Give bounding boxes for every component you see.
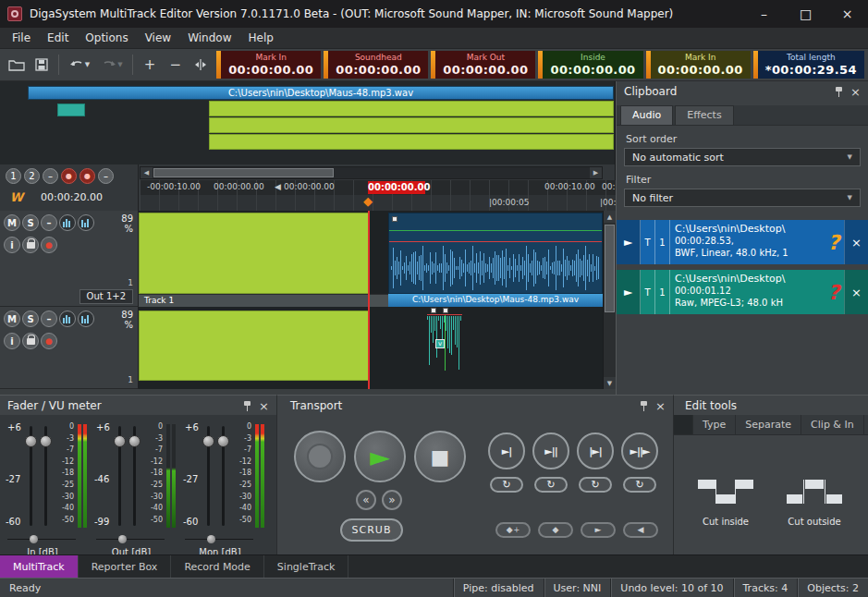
- tab-reporter-box[interactable]: Reporter Box: [79, 555, 172, 578]
- clip-fade-handle[interactable]: [431, 308, 436, 313]
- group-1-button[interactable]: 1: [6, 168, 21, 184]
- tab-clip-in[interactable]: Clip & In: [801, 415, 864, 434]
- track1-audio-clip[interactable]: [388, 213, 603, 294]
- fader-slider[interactable]: [118, 426, 121, 526]
- close-button[interactable]: ×: [826, 0, 868, 28]
- pin-icon[interactable]: [639, 400, 648, 412]
- overview-clip-green-2[interactable]: [209, 117, 614, 133]
- track1-mute-button[interactable]: M: [4, 214, 20, 231]
- scroll-down-icon[interactable]: ▼: [604, 377, 616, 389]
- playhead-line[interactable]: [368, 211, 370, 389]
- cut-inside-button[interactable]: Cut inside: [683, 444, 768, 536]
- track1-record-arm-button[interactable]: ●: [41, 237, 57, 253]
- tab-audio[interactable]: Audio: [620, 105, 673, 125]
- track2-mute-button[interactable]: M: [4, 311, 20, 327]
- tab-type[interactable]: Type: [693, 415, 736, 434]
- loop-button[interactable]: ↻: [579, 477, 612, 493]
- prev-marker-button[interactable]: ◀: [623, 522, 658, 538]
- track2-meter-button[interactable]: [59, 311, 76, 327]
- overview-clip-teal[interactable]: [57, 104, 85, 116]
- redo-button[interactable]: ▼: [97, 53, 128, 77]
- fader-knob[interactable]: [114, 435, 126, 447]
- clipboard-entry[interactable]: ► T 1 C:\Users\nin\Desktop\ 00:00:01.12 …: [617, 270, 868, 314]
- fader-slider[interactable]: [133, 426, 136, 526]
- clip-marker-line[interactable]: [389, 241, 602, 242]
- remove-entry-button[interactable]: ×: [844, 220, 868, 264]
- clipboard-entry[interactable]: ► T 1 C:\Users\nin\Desktop\ 00:00:28.53,…: [617, 220, 868, 264]
- track2-record-arm-button[interactable]: ●: [41, 333, 57, 349]
- cut-outside-button[interactable]: Cut outside: [772, 444, 857, 536]
- track1-green-clip[interactable]: [139, 213, 369, 294]
- tab-effects[interactable]: Effects: [675, 105, 733, 125]
- close-icon[interactable]: ×: [259, 400, 269, 412]
- marker-add-button[interactable]: ◆+: [495, 522, 531, 538]
- group-2-button[interactable]: 2: [24, 168, 40, 184]
- fit-view-button[interactable]: [189, 53, 214, 77]
- balance-knob[interactable]: [30, 535, 38, 543]
- remove-entry-button[interactable]: ×: [844, 270, 868, 314]
- tab-record-mode[interactable]: Record Mode: [171, 555, 263, 578]
- pin-icon[interactable]: [834, 86, 843, 98]
- fader-knob[interactable]: [128, 435, 141, 447]
- fader-slider[interactable]: [207, 426, 210, 526]
- fader-slider[interactable]: [30, 426, 32, 526]
- menu-options[interactable]: Options: [77, 29, 136, 47]
- wave-zoom-button[interactable]: W: [6, 189, 28, 206]
- overview-clip-title[interactable]: C:\Users\nin\Desktop\Maus-48.mp3.wav: [28, 86, 614, 100]
- overview-clip-green-3[interactable]: [209, 134, 614, 150]
- fader-slider[interactable]: [44, 426, 47, 526]
- next-marker-button[interactable]: ►: [581, 522, 616, 538]
- menu-help[interactable]: Help: [239, 29, 281, 47]
- punch-out-button[interactable]: ●: [79, 168, 95, 184]
- clip-gain-line[interactable]: [389, 230, 602, 231]
- maximize-button[interactable]: □: [785, 0, 826, 28]
- save-button[interactable]: [31, 53, 55, 77]
- track1-spectrum-button[interactable]: [78, 214, 94, 231]
- menu-file[interactable]: File: [4, 29, 39, 47]
- time-ruler-sub[interactable]: ◆ |00:00:05 |00:: [140, 195, 616, 211]
- close-icon[interactable]: ×: [655, 400, 666, 412]
- track2-lock-button[interactable]: [22, 333, 39, 349]
- stop-button[interactable]: ■: [414, 431, 466, 482]
- zoom-out-button[interactable]: −: [164, 53, 188, 77]
- play-selection-button[interactable]: |►|: [577, 433, 614, 469]
- menu-view[interactable]: View: [137, 29, 179, 47]
- track2-green-clip[interactable]: [139, 311, 369, 381]
- play-icon[interactable]: ►: [617, 220, 641, 264]
- nudge-back-button[interactable]: «: [356, 490, 376, 510]
- marker-button[interactable]: ◆: [538, 522, 573, 538]
- tab-singletrack[interactable]: SingleTrack: [264, 555, 349, 578]
- fader-knob[interactable]: [217, 435, 229, 447]
- loop-button[interactable]: ↻: [623, 477, 656, 493]
- fader-slider[interactable]: [222, 426, 225, 526]
- fader-knob[interactable]: [202, 435, 214, 447]
- menu-window[interactable]: Window: [179, 29, 239, 47]
- tab-multitrack[interactable]: MultiTrack: [0, 555, 79, 578]
- balance-slider[interactable]: [96, 535, 165, 543]
- track2-solo-button[interactable]: S: [22, 311, 39, 327]
- track1-output-button[interactable]: Out 1+2: [79, 289, 133, 304]
- time-ruler[interactable]: -00:00:10.00 00:00:00.00 ◀ 00:00:00.00 0…: [140, 180, 616, 195]
- play-button[interactable]: ►: [354, 431, 406, 482]
- track2-collapse-button[interactable]: –: [41, 311, 57, 327]
- minimize-tracks-button[interactable]: –: [98, 168, 114, 184]
- scroll-up-icon[interactable]: ▲: [604, 211, 616, 223]
- fader-knob[interactable]: [40, 435, 52, 447]
- scrub-button[interactable]: SCRUB: [340, 518, 403, 542]
- filter-select[interactable]: No filter ▼: [624, 189, 861, 207]
- track-vertical-scrollbar[interactable]: ▲ ▼: [603, 211, 616, 389]
- minimize-button[interactable]: –: [743, 0, 785, 28]
- balance-slider[interactable]: [7, 535, 76, 543]
- fader-knob[interactable]: [25, 435, 37, 447]
- track2-audio-clip[interactable]: v: [427, 314, 462, 382]
- clip-marker-box[interactable]: v: [435, 339, 445, 348]
- punch-in-button[interactable]: ●: [61, 168, 77, 184]
- loop-button[interactable]: ↻: [534, 477, 568, 493]
- playhead-marker-icon[interactable]: ◆: [363, 194, 373, 208]
- play-icon[interactable]: ►: [617, 270, 641, 314]
- scroll-left-icon[interactable]: ◀: [141, 167, 153, 178]
- play-to-end-button[interactable]: ►|: [488, 433, 525, 469]
- track1-solo-button[interactable]: S: [22, 214, 39, 231]
- tab-separate[interactable]: Separate: [736, 415, 801, 434]
- undo-caret-icon[interactable]: ▼: [85, 61, 90, 68]
